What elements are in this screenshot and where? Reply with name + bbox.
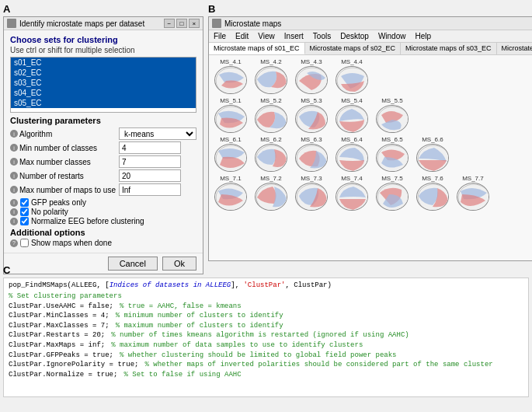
ms-map-5-4: MS_5.4 [333, 97, 370, 133]
ms-map-4-3: MS_4.3 [293, 58, 330, 94]
code-comment-4: % number of times kmeans algorithm is re… [111, 330, 409, 340]
code-comment-1: % true = AAHC, false = kmeans [120, 302, 242, 312]
gfp-icon: i [10, 199, 18, 207]
restarts-input[interactable] [119, 169, 181, 182]
code-line-1: ClustPar.UseAAHC = false; % true = AAHC,… [9, 302, 523, 312]
dialog-icon [7, 19, 16, 28]
ms-map-6-2: MS_6.2 [252, 136, 290, 172]
ms-map-5-5: MS_5.5 [374, 97, 411, 133]
code-main-5: ClustPar.MaxMaps = inf; [9, 340, 105, 351]
ms-map-7-1: MS_7.1 [212, 175, 249, 211]
gfp-checkbox-row: i GFP peaks only [10, 198, 196, 207]
code-line-8: ClustPar.Normalize = true; % Set to fals… [9, 370, 523, 380]
algorithm-icon: i [10, 130, 18, 138]
algorithm-select[interactable]: k-means [119, 127, 196, 140]
normalize-checkbox[interactable] [20, 217, 29, 225]
max-classes-input[interactable] [119, 155, 181, 168]
dialog-title: Identify microstate maps per dataset [19, 19, 144, 28]
max-classes-icon: i [10, 158, 18, 166]
ms-map-7-3: MS_7.3 [293, 175, 330, 211]
normalize-icon: i [10, 218, 18, 225]
code-line-4: ClustPar.Restarts = 20; % number of time… [9, 330, 523, 340]
params-grid: i Algorithm k-means i Min number of clas… [10, 127, 196, 196]
ms-dialog-icon [212, 19, 221, 28]
menu-help[interactable]: Help [413, 32, 433, 40]
code-func-name: pop_FindMSMaps(ALLEEG, [ [9, 281, 110, 289]
ms-map-4-1: MS_4.1 [212, 58, 249, 94]
ms-map-5-2: MS_5.2 [252, 97, 290, 133]
tab-s04[interactable]: Microstate maps of s04_EC [497, 43, 532, 54]
code-comment-0: % Set clustering parameters [9, 292, 122, 302]
minimize-button[interactable]: − [164, 19, 175, 28]
menu-desktop[interactable]: Desktop [339, 32, 370, 40]
ms-content: MS_4.1 MS_4.2 [209, 55, 532, 260]
menu-insert[interactable]: Insert [283, 32, 305, 40]
ms-titlebar: Microstate maps − □ × [209, 17, 532, 30]
instruction-text: Use ctrl or shift for multiple selection [10, 46, 196, 54]
list-item-s04[interactable]: s04_EC [11, 88, 196, 98]
max-maps-input[interactable] [119, 183, 181, 196]
panel-c: C pop_FindMSMaps(ALLEEG, [Indices of dat… [0, 264, 532, 400]
menu-view[interactable]: View [256, 32, 276, 40]
code-comment-5: % maximum number of data samples to use … [111, 340, 363, 351]
maximize-button[interactable]: □ [176, 19, 187, 28]
tab-s02[interactable]: Microstate maps of s02_EC [305, 43, 402, 54]
menu-tools[interactable]: Tools [311, 32, 332, 40]
polarity-checkbox[interactable] [20, 208, 29, 216]
tab-s01[interactable]: Microstate maps of s01_EC [209, 43, 305, 54]
restarts-icon: i [10, 172, 18, 180]
tab-s03[interactable]: Microstate maps of s03_EC [401, 43, 497, 54]
close-button[interactable]: × [189, 19, 200, 28]
list-item-s05[interactable]: s05_EC [11, 98, 196, 108]
ms-row-7: MS_7.1 MS_7.2 [212, 175, 532, 211]
choose-section-header: Choose sets for clustering [10, 35, 196, 44]
polarity-icon: i [10, 208, 18, 216]
min-classes-label: i Min number of classes [10, 144, 116, 152]
ms-map-5-3: MS_5.3 [293, 97, 330, 133]
code-line-3: ClustPar.MaxClasses = 7; % maximum numbe… [9, 321, 523, 331]
ms-map-7-6: MS_7.6 [414, 175, 451, 211]
panel-c-label: C [3, 264, 529, 276]
ms-map-5-1: MS_5.1 [212, 97, 249, 133]
gfp-checkbox[interactable] [20, 198, 29, 207]
algorithm-label: i Algorithm [10, 130, 116, 138]
list-item-s03[interactable]: s03_EC [11, 78, 196, 88]
titlebar-controls: − □ × [164, 19, 200, 28]
ms-title: Microstate maps [224, 19, 281, 28]
show-maps-icon: ? [10, 239, 18, 247]
gfp-label: GFP peaks only [31, 198, 86, 207]
menu-edit[interactable]: Edit [234, 32, 250, 40]
list-item-s01[interactable]: s01_EC [11, 58, 196, 68]
code-line-7: ClustPar.IgnorePolarity = true; % whethe… [9, 360, 523, 370]
dataset-listbox[interactable]: s01_EC s02_EC s03_EC s04_EC s05_EC [10, 57, 196, 113]
ms-menubar: File Edit View Insert Tools Desktop Wind… [209, 30, 532, 43]
code-main-3: ClustPar.MaxClasses = 7; [9, 321, 110, 331]
menu-file[interactable]: File [212, 32, 228, 40]
restarts-label: i Number of restarts [10, 172, 116, 180]
code-comment-3: % maximum number of clusters to identify [116, 321, 283, 331]
menu-window[interactable]: Window [377, 32, 408, 40]
ms-map-6-5: MS_6.5 [374, 136, 411, 172]
ms-map-6-3: MS_6.3 [293, 136, 330, 172]
ms-map-7-2: MS_7.2 [252, 175, 290, 211]
code-comment-7: % whether maps of inverted polarities sh… [144, 360, 492, 370]
ms-map-7-7: MS_7.7 [454, 175, 492, 211]
min-classes-icon: i [10, 144, 18, 152]
max-maps-icon: i [10, 186, 18, 194]
ms-map-6-4: MS_6.4 [333, 136, 370, 172]
min-classes-input[interactable] [119, 141, 181, 154]
clustering-section-header: Clustering parameters [10, 116, 196, 125]
normalize-label: Normalize EEG before clustering [31, 217, 144, 225]
code-clustpar-arg: 'ClustPar' [243, 281, 285, 289]
show-maps-label: Show maps when done [31, 239, 112, 247]
list-item-s02[interactable]: s02_EC [11, 68, 196, 78]
polarity-checkbox-row: i No polarity [10, 208, 196, 216]
dialog-content: Choose sets for clustering Use ctrl or s… [4, 30, 203, 253]
microstate-window: Microstate maps − □ × File Edit View Ins… [208, 16, 532, 261]
identify-dialog: Identify microstate maps per dataset − □… [3, 16, 203, 274]
code-line-5: ClustPar.MaxMaps = inf; % maximum number… [9, 340, 523, 351]
ms-map-7-5: MS_7.5 [374, 175, 411, 211]
show-maps-checkbox[interactable] [20, 239, 29, 247]
panel-a-label: A [3, 3, 203, 15]
code-main-8: ClustPar.Normalize = true; [9, 370, 117, 380]
